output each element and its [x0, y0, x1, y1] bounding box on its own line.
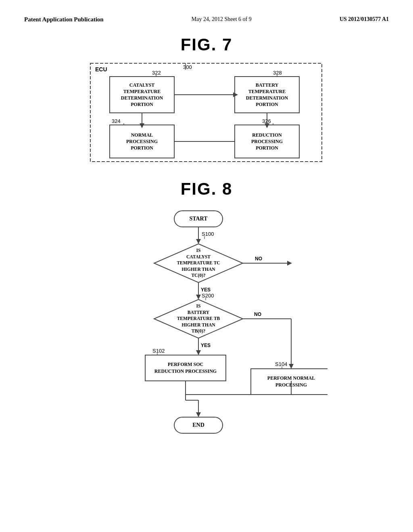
block-326-text: REDUCTIONPROCESSINGPORTION	[235, 125, 299, 158]
s102-text: PERFORM SOCREDUCTION PROCESSING	[145, 355, 226, 381]
svg-text:300: 300	[183, 64, 192, 70]
svg-text:324: 324	[112, 118, 121, 124]
svg-text:S102: S102	[152, 348, 165, 354]
svg-text:S200: S200	[202, 293, 214, 299]
svg-text:NO: NO	[254, 312, 261, 317]
svg-text:326: 326	[262, 118, 271, 124]
fig8-flowchart: S100 YES NO S200	[24, 207, 389, 481]
svg-marker-43	[289, 364, 294, 369]
header-center: May 24, 2012 Sheet 6 of 9	[192, 16, 252, 23]
header: Patent Application Publication May 24, 2…	[24, 16, 389, 23]
fig8-title: FIG. 8	[24, 179, 389, 199]
block-322-text: CATALYSTTEMPERATUREDETERMINATIONPORTION	[110, 77, 174, 113]
block-328-text: BATTERYTEMPERATUREDETERMINATIONPORTION	[235, 77, 299, 113]
s200-text: ISBATTERYTEMPERATURE TBHIGHER THANTB(0)?	[154, 299, 243, 338]
header-right: US 2012/0130577 A1	[340, 16, 389, 23]
fig7-title: FIG. 7	[24, 35, 389, 54]
page: Patent Application Publication May 24, 2…	[0, 0, 413, 532]
svg-text:YES: YES	[201, 343, 211, 348]
svg-text:YES: YES	[201, 287, 211, 293]
s100-text: ISCATALYSTTEMPERATURE TCHIGHER THANTC(0)…	[154, 244, 243, 283]
end-label: END	[174, 417, 223, 433]
svg-text:322: 322	[152, 70, 161, 76]
s104-text: PERFORM NORMALPROCESSING	[251, 369, 332, 395]
svg-text:ECU: ECU	[95, 66, 107, 73]
svg-marker-25	[196, 239, 201, 244]
svg-text:S100: S100	[202, 231, 214, 237]
svg-marker-56	[196, 412, 201, 417]
svg-text:NO: NO	[255, 256, 262, 262]
svg-marker-39	[196, 350, 201, 355]
svg-text:328: 328	[273, 70, 282, 76]
svg-marker-30	[196, 295, 201, 299]
fig7-diagram: ECU 300	[24, 62, 389, 163]
header-left: Patent Application Publication	[24, 16, 104, 23]
start-label: START	[174, 211, 223, 227]
block-324-text: NORMALPROCESSINGPORTION	[110, 125, 174, 158]
svg-text:S104: S104	[275, 361, 287, 367]
svg-marker-33	[287, 261, 292, 266]
